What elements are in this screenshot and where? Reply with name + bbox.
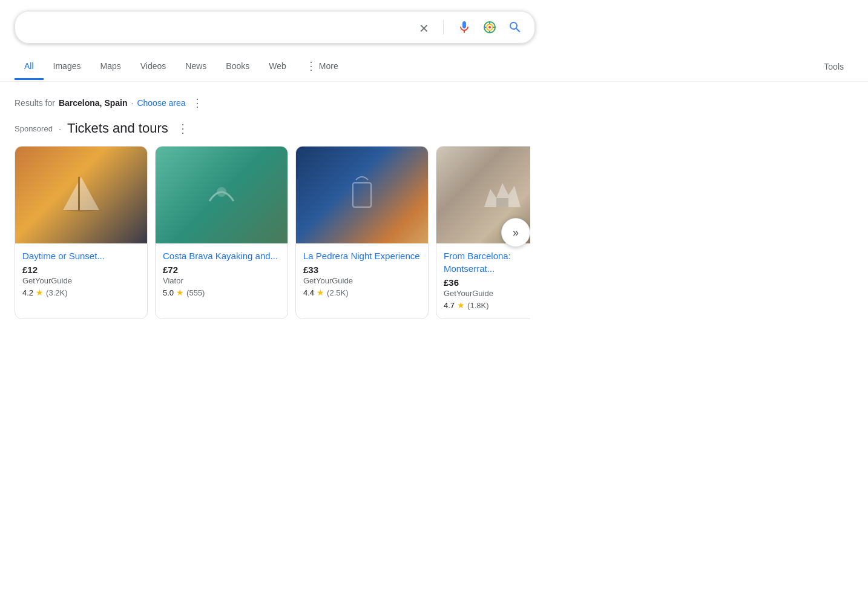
star-icon-4: ★ [457, 300, 465, 310]
card-review-count-3: (2.5K) [327, 288, 348, 297]
search-divider [443, 20, 444, 35]
tour-card-1[interactable]: Daytime or Sunset... £12 GetYourGuide 4.… [15, 146, 148, 319]
card-price-3: £33 [303, 265, 421, 275]
chevron-right-icon: » [513, 226, 519, 239]
sponsored-options-icon[interactable]: ⋮ [177, 121, 189, 136]
dots-more-icon: ⋮ [306, 59, 317, 73]
svg-rect-11 [496, 198, 508, 207]
star-icon-3: ★ [317, 288, 324, 297]
card-provider-3: GetYourGuide [303, 276, 421, 285]
svg-rect-8 [78, 177, 80, 210]
card-price-2: £72 [163, 265, 280, 275]
card-image-3 [296, 147, 428, 243]
card-provider-2: Viator [163, 276, 280, 285]
sponsored-separator: · [59, 124, 61, 134]
tour-card-3[interactable]: La Pedrera Night Experience £33 GetYourG… [295, 146, 429, 319]
star-icon-1: ★ [36, 288, 44, 297]
card-rating-value-2: 5.0 [163, 288, 174, 297]
tab-web[interactable]: Web [259, 54, 296, 80]
lens-icon [482, 20, 497, 35]
sponsored-title: Tickets and tours [67, 120, 168, 136]
lens-button[interactable] [480, 18, 499, 37]
card-body-3: La Pedrera Night Experience £33 GetYourG… [296, 243, 428, 306]
tab-maps[interactable]: Maps [90, 54, 130, 80]
sponsored-header: Sponsored · Tickets and tours ⋮ [15, 120, 530, 136]
results-for-options-icon[interactable]: ⋮ [192, 96, 203, 110]
sponsored-label: Sponsored [15, 124, 53, 133]
search-bar-wrapper: things to do in barcelona ✕ [0, 0, 868, 44]
mic-icon [457, 20, 472, 35]
tab-books[interactable]: Books [216, 54, 259, 80]
search-bar: things to do in barcelona ✕ [15, 11, 535, 44]
card-provider-1: GetYourGuide [22, 276, 140, 285]
results-area: Results for Barcelona, Spain · Choose ar… [0, 82, 545, 319]
svg-marker-7 [63, 177, 99, 210]
cards-container: Daytime or Sunset... £12 GetYourGuide 4.… [15, 146, 530, 319]
card-body-4: From Barcelona: Montserrat... £36 GetYou… [436, 243, 530, 319]
svg-point-2 [488, 26, 491, 28]
mic-button[interactable] [455, 18, 474, 37]
results-for-separator: · [131, 98, 134, 108]
results-for-location: Barcelona, Spain [59, 98, 128, 108]
tab-news[interactable]: News [176, 54, 216, 80]
results-for-bar: Results for Barcelona, Spain · Choose ar… [15, 96, 530, 110]
card-rating-value-1: 4.2 [22, 288, 33, 297]
tab-more[interactable]: ⋮ More [296, 52, 348, 82]
card-body-1: Daytime or Sunset... £12 GetYourGuide 4.… [15, 243, 147, 306]
tab-all[interactable]: All [15, 54, 44, 80]
card-body-2: Costa Brava Kayaking and... £72 Viator 5… [156, 243, 288, 306]
card-price-4: £36 [444, 277, 530, 288]
search-submit-button[interactable] [505, 18, 525, 37]
card-provider-4: GetYourGuide [444, 289, 530, 298]
tab-videos[interactable]: Videos [131, 54, 176, 80]
card-review-count-1: (3.2K) [46, 288, 67, 297]
choose-area-link[interactable]: Choose area [137, 98, 185, 108]
nav-tabs: All Images Maps Videos News Books Web ⋮ … [0, 48, 868, 82]
tab-images[interactable]: Images [44, 54, 91, 80]
card-price-1: £12 [22, 265, 140, 275]
svg-rect-10 [353, 183, 371, 207]
close-icon: ✕ [418, 21, 430, 33]
card-rating-3: 4.4 ★ (2.5K) [303, 288, 421, 297]
card-rating-value-3: 4.4 [303, 288, 314, 297]
next-arrow-button[interactable]: » [501, 218, 530, 247]
tour-card-2[interactable]: Costa Brava Kayaking and... £72 Viator 5… [155, 146, 288, 319]
card-rating-1: 4.2 ★ (3.2K) [22, 288, 140, 297]
card-rating-4: 4.7 ★ (1.8K) [444, 300, 530, 310]
star-icon-2: ★ [176, 288, 184, 297]
card-title-4[interactable]: From Barcelona: Montserrat... [444, 249, 530, 275]
card-review-count-2: (555) [186, 288, 205, 297]
clear-button[interactable]: ✕ [415, 19, 432, 36]
tools-button[interactable]: Tools [814, 54, 853, 79]
search-input[interactable]: things to do in barcelona [25, 21, 409, 34]
card-review-count-4: (1.8K) [467, 301, 488, 310]
search-icon [508, 20, 522, 35]
card-rating-value-4: 4.7 [444, 301, 455, 310]
results-for-prefix: Results for [15, 98, 55, 108]
card-title-2[interactable]: Costa Brava Kayaking and... [163, 249, 280, 262]
card-image-1 [15, 147, 147, 243]
card-title-3[interactable]: La Pedrera Night Experience [303, 249, 421, 262]
card-title-1[interactable]: Daytime or Sunset... [22, 249, 140, 262]
svg-point-9 [217, 187, 226, 197]
card-rating-2: 5.0 ★ (555) [163, 288, 280, 297]
card-image-2 [156, 147, 288, 243]
